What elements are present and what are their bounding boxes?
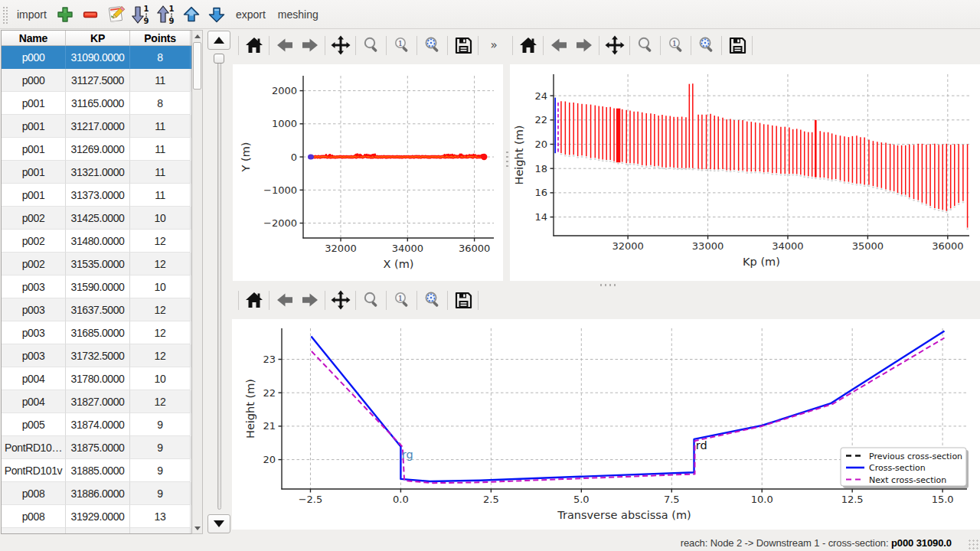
cell-points[interactable]: 8 bbox=[130, 92, 191, 115]
cell-points[interactable]: 12 bbox=[130, 390, 191, 413]
save-figure-button[interactable] bbox=[724, 34, 750, 57]
cell-kp[interactable]: 31535.0000 bbox=[66, 253, 130, 276]
zoom-button[interactable] bbox=[632, 34, 658, 57]
cell-name[interactable]: p003 bbox=[2, 298, 66, 321]
cell-name[interactable]: p001 bbox=[2, 138, 66, 161]
table-row[interactable]: PontRD101v31885.00009 bbox=[2, 459, 191, 482]
cell-kp[interactable]: 31685.0000 bbox=[66, 321, 130, 344]
zoom-one-to-one-button[interactable]: 1 bbox=[389, 34, 414, 57]
zoom-one-to-one-button[interactable]: 1 bbox=[663, 34, 688, 57]
cell-name[interactable]: p000 bbox=[2, 46, 66, 69]
table-row[interactable]: p00231480.000012 bbox=[2, 230, 191, 253]
cell-name[interactable]: p003 bbox=[2, 276, 66, 298]
toolbar-drag-handle[interactable] bbox=[2, 5, 8, 24]
cell-kp[interactable]: 31874.0000 bbox=[66, 413, 130, 436]
cell-kp[interactable]: 31827.0000 bbox=[66, 390, 130, 413]
table-scrollbar-down-arrow[interactable] bbox=[192, 523, 202, 533]
table-row[interactable]: p00331685.000012 bbox=[2, 321, 191, 344]
table-scrollbar[interactable] bbox=[191, 30, 203, 534]
cell-points[interactable]: 12 bbox=[130, 230, 191, 253]
back-button[interactable] bbox=[546, 34, 571, 57]
meshing-button[interactable]: meshing bbox=[272, 4, 325, 25]
section-slider-groove[interactable] bbox=[217, 55, 221, 510]
table-row[interactable]: PontRD10…31875.00009 bbox=[2, 436, 191, 459]
section-slider-handle[interactable] bbox=[214, 54, 224, 64]
cell-kp[interactable]: 31425.0000 bbox=[66, 207, 130, 230]
export-button[interactable]: export bbox=[230, 4, 272, 25]
cell-name[interactable]: p002 bbox=[2, 253, 66, 276]
zoom-fit-button[interactable] bbox=[420, 34, 445, 57]
table-row[interactable]: p00031090.00008 bbox=[2, 46, 191, 69]
cell-points[interactable]: 10 bbox=[130, 367, 191, 390]
cell-points[interactable]: 12 bbox=[130, 344, 191, 367]
cell-name[interactable]: p001 bbox=[2, 161, 66, 184]
vertical-splitter-handle[interactable] bbox=[504, 149, 509, 169]
home-button[interactable] bbox=[241, 289, 266, 311]
table-row[interactable]: p00331732.500012 bbox=[2, 344, 191, 367]
zoom-fit-button[interactable] bbox=[694, 34, 719, 57]
cell-name[interactable]: PontRD10… bbox=[2, 436, 66, 459]
pan-button[interactable] bbox=[602, 34, 627, 57]
cell-kp[interactable]: 31269.0000 bbox=[66, 138, 130, 161]
cell-kp[interactable]: 31090.0000 bbox=[66, 46, 130, 69]
column-header-kp[interactable]: KP bbox=[66, 31, 130, 45]
table-row[interactable]: p00031127.500011 bbox=[2, 69, 191, 92]
zoom-button[interactable] bbox=[358, 289, 384, 311]
cell-name[interactable]: p008 bbox=[2, 482, 66, 505]
cell-kp[interactable]: 31480.0000 bbox=[66, 230, 130, 253]
cell-kp[interactable]: 31321.0000 bbox=[66, 161, 130, 184]
zoom-button[interactable] bbox=[358, 34, 384, 57]
cell-points[interactable]: 8 bbox=[130, 46, 191, 69]
home-button[interactable] bbox=[515, 34, 541, 57]
cell-name[interactable]: p000 bbox=[2, 69, 66, 92]
back-button[interactable] bbox=[272, 34, 297, 57]
cell-name[interactable]: p001 bbox=[2, 92, 66, 115]
cell-name[interactable]: p004 bbox=[2, 367, 66, 390]
cell-points[interactable]: 11 bbox=[130, 138, 191, 161]
cell-name[interactable]: PontRD101v bbox=[2, 459, 66, 482]
table-row[interactable]: p00331637.500012 bbox=[2, 298, 191, 321]
cell-points[interactable]: 9 bbox=[130, 413, 191, 436]
cell-points[interactable]: 10 bbox=[130, 207, 191, 230]
add-button[interactable] bbox=[53, 3, 78, 26]
section-plot-canvas[interactable]: rgrd−2.50.02.55.07.510.012.515.020212223… bbox=[232, 319, 980, 530]
table-row[interactable]: p00831929.000013 bbox=[2, 505, 191, 528]
table-row[interactable]: p00431780.000010 bbox=[2, 367, 191, 390]
table-row[interactable]: p00431827.000012 bbox=[2, 390, 191, 413]
cell-points[interactable]: 9 bbox=[130, 459, 191, 482]
table-row[interactable]: p00831886.00009 bbox=[2, 482, 191, 505]
horizontal-splitter-handle[interactable] bbox=[598, 282, 618, 287]
cell-kp[interactable]: 31127.5000 bbox=[66, 69, 130, 92]
column-header-points[interactable]: Points bbox=[130, 31, 191, 45]
import-button[interactable]: import bbox=[11, 4, 53, 25]
table-row[interactable]: p00131269.000011 bbox=[2, 138, 191, 161]
cell-points[interactable]: 12 bbox=[130, 298, 191, 321]
forward-button[interactable] bbox=[571, 34, 596, 57]
back-button[interactable] bbox=[272, 289, 297, 311]
sort-ascending-button[interactable]: 1 9 bbox=[154, 3, 179, 26]
cell-kp[interactable]: 31590.0000 bbox=[66, 276, 130, 298]
cell-name[interactable]: p002 bbox=[2, 207, 66, 230]
save-figure-button[interactable] bbox=[450, 289, 475, 311]
resize-grip-icon[interactable] bbox=[968, 539, 978, 549]
cell-points[interactable]: 11 bbox=[130, 161, 191, 184]
edit-button[interactable] bbox=[103, 3, 129, 26]
table-row[interactable]: p00131165.00008 bbox=[2, 92, 191, 115]
forward-button[interactable] bbox=[297, 289, 322, 311]
remove-button[interactable] bbox=[78, 3, 103, 26]
cell-kp[interactable]: 31373.0000 bbox=[66, 184, 130, 207]
table-row[interactable]: p00331590.000010 bbox=[2, 276, 191, 298]
cell-name[interactable]: p001 bbox=[2, 184, 66, 207]
cell-name[interactable]: p008 bbox=[2, 505, 66, 528]
section-up-button[interactable] bbox=[207, 31, 230, 50]
cell-points[interactable]: 9 bbox=[130, 482, 191, 505]
cell-kp[interactable]: 31637.5000 bbox=[66, 298, 130, 321]
pan-button[interactable] bbox=[328, 34, 353, 57]
cell-kp[interactable]: 31165.0000 bbox=[66, 92, 130, 115]
table-scrollbar-up-arrow[interactable] bbox=[192, 31, 202, 41]
table-row[interactable]: p00231425.000010 bbox=[2, 207, 191, 230]
forward-button[interactable] bbox=[297, 34, 322, 57]
save-figure-button[interactable] bbox=[450, 34, 475, 57]
zoom-one-to-one-button[interactable]: 1 bbox=[389, 289, 414, 311]
table-row[interactable]: p00131217.000011 bbox=[2, 115, 191, 138]
